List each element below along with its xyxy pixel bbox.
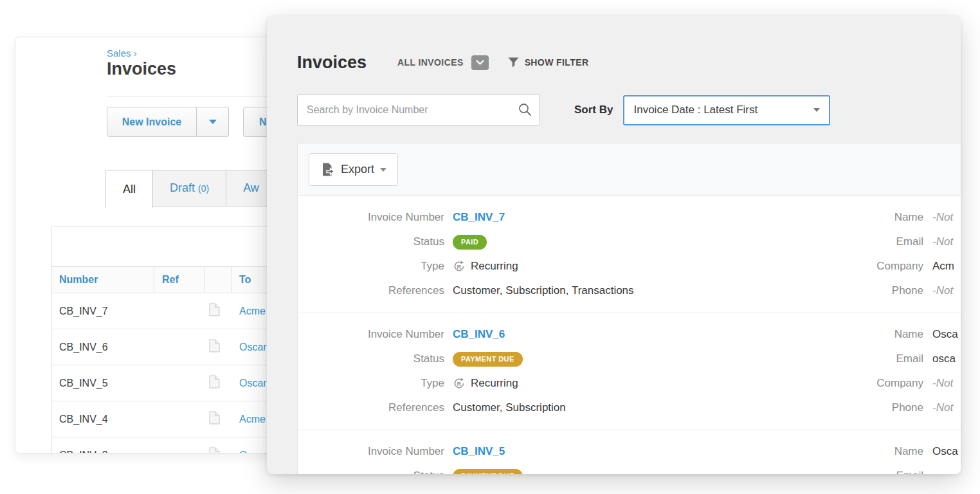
customer-link[interactable]: Oscar <box>239 450 267 454</box>
field-label: Status <box>298 352 444 365</box>
invoices-detail-window: Invoices ALL INVOICES SHOW FILTER Sort B… <box>267 16 961 474</box>
customer-link[interactable]: Acme <box>239 414 266 425</box>
contact-name: -Not <box>932 211 953 224</box>
references-value: Customer, Subscription <box>453 401 566 414</box>
scope-dropdown-button[interactable] <box>471 55 489 70</box>
detail-title: Invoices <box>297 53 367 73</box>
export-button[interactable]: Export <box>309 153 398 186</box>
filter-funnel-icon <box>508 57 519 68</box>
field-label: Invoice Number <box>298 211 444 224</box>
field-label: Email <box>749 352 923 365</box>
status-badge: PAYMENT DUE <box>453 469 523 475</box>
invoice-pdf-icon[interactable] <box>209 339 220 355</box>
recurring-icon: R <box>453 260 466 273</box>
search-icon <box>518 103 532 116</box>
invoice-number-link[interactable]: CB_INV_7 <box>453 211 505 224</box>
sort-select[interactable]: Invoice Date : Latest First <box>623 95 830 125</box>
contact-phone: -Not <box>932 401 953 414</box>
field-label: References <box>298 401 444 414</box>
svg-text:R: R <box>457 380 462 387</box>
contact-name: Osca <box>932 328 958 341</box>
field-label: Email <box>749 470 923 474</box>
caret-down-icon <box>813 108 820 112</box>
contact-email: osca <box>932 352 956 365</box>
field-label: Name <box>749 328 923 341</box>
field-label: Invoice Number <box>298 445 444 458</box>
detail-header-row: Invoices ALL INVOICES SHOW FILTER <box>297 48 588 77</box>
search-sort-row: Sort By Invoice Date : Latest First <box>297 95 830 125</box>
tab-draft-count: (0) <box>198 183 209 194</box>
contact-company: -Not <box>932 377 953 390</box>
field-label: Phone <box>749 284 923 297</box>
column-header-icon <box>205 267 231 293</box>
customer-link[interactable]: Oscar <box>239 342 267 353</box>
field-label: Email <box>749 235 923 248</box>
svg-text:R: R <box>457 263 462 270</box>
invoice-results-card: Export Invoice Number CB_INV_7 Status PA… <box>297 143 961 474</box>
tab-all[interactable]: All <box>105 170 153 208</box>
field-label: Invoice Number <box>298 328 444 341</box>
search-box <box>297 95 540 125</box>
invoice-pdf-icon[interactable] <box>209 303 220 319</box>
chevron-down-icon <box>476 60 484 66</box>
status-badge: PAID <box>453 235 487 250</box>
page-title: Invoices <box>107 59 176 79</box>
sort-by-label: Sort By <box>574 104 613 116</box>
field-label: References <box>298 284 444 297</box>
field-label: Type <box>298 377 444 390</box>
field-label: Type <box>298 260 444 273</box>
show-filter-button[interactable]: SHOW FILTER <box>508 57 589 68</box>
field-label: Company <box>749 260 923 273</box>
customer-link[interactable]: Acme <box>239 306 266 317</box>
invoice-card: Invoice Number CB_INV_5 Status PAYMENT D… <box>298 430 961 474</box>
export-icon <box>320 162 335 177</box>
column-header-ref[interactable]: Ref <box>154 267 205 293</box>
column-header-number[interactable]: Number <box>51 267 154 293</box>
invoice-pdf-icon[interactable] <box>209 447 220 453</box>
invoice-tabs: All Draft (0) Aw <box>105 170 277 208</box>
field-label: Status <box>298 235 444 248</box>
contact-name: Osca <box>932 445 958 458</box>
scope-dropdown-label[interactable]: ALL INVOICES <box>397 57 464 68</box>
field-label: Phone <box>749 401 923 414</box>
contact-email: -Not <box>932 235 953 248</box>
caret-down-icon <box>380 168 386 172</box>
customer-link[interactable]: Oscar <box>239 378 267 389</box>
invoice-number-link[interactable]: CB_INV_5 <box>453 445 505 458</box>
tab-draft[interactable]: Draft (0) <box>153 170 226 206</box>
field-label: Name <box>749 445 923 458</box>
new-invoice-dropdown-button[interactable] <box>197 107 229 137</box>
caret-down-icon <box>209 120 217 124</box>
invoice-card: Invoice Number CB_INV_7 Status PAID Type… <box>298 196 961 313</box>
search-input[interactable] <box>297 95 540 125</box>
invoice-pdf-icon[interactable] <box>209 375 220 391</box>
field-label: Status <box>298 470 444 474</box>
references-value: Customer, Subscription, Transactions <box>453 284 634 297</box>
recurring-icon: R <box>453 377 466 390</box>
contact-phone: -Not <box>932 284 953 297</box>
status-badge: PAYMENT DUE <box>453 352 523 367</box>
field-label: Name <box>749 211 923 224</box>
field-label: Company <box>749 377 923 390</box>
invoice-number-link[interactable]: CB_INV_6 <box>453 328 505 341</box>
contact-company: Acm <box>932 260 954 273</box>
invoice-card: Invoice Number CB_INV_6 Status PAYMENT D… <box>298 313 961 430</box>
results-toolbar: Export <box>298 143 961 196</box>
invoice-pdf-icon[interactable] <box>209 411 220 427</box>
new-invoice-button[interactable]: New Invoice <box>107 107 197 137</box>
breadcrumb[interactable]: Sales › <box>107 48 137 59</box>
